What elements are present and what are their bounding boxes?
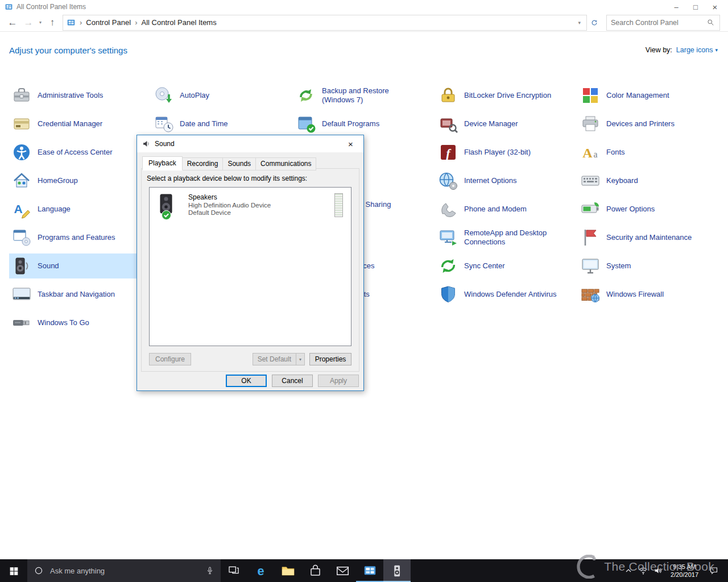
taskbar-app-mail[interactable] — [329, 559, 356, 582]
windows-firewall-icon — [580, 284, 601, 305]
control-panel-item-windows-firewall[interactable]: Windows Firewall — [578, 282, 706, 307]
start-button[interactable] — [0, 559, 27, 582]
properties-button[interactable]: Properties — [309, 353, 351, 365]
control-panel-item-power-options[interactable]: Power Options — [578, 197, 706, 222]
windows-defender-icon — [438, 284, 458, 305]
control-panel-item-label: Devices and Printers — [606, 119, 675, 128]
language-icon: A — [11, 199, 32, 219]
device-name: Speakers — [188, 193, 271, 201]
default-programs-icon — [296, 114, 316, 134]
control-panel-item-label: Sync Center — [464, 261, 505, 271]
tab-communications[interactable]: Communications — [256, 157, 316, 171]
taskbar-app-sound-app[interactable] — [383, 559, 411, 582]
sound-dialog-icon — [142, 139, 151, 148]
control-panel-item-language[interactable]: ALanguage — [9, 197, 138, 222]
control-panel-item-label: Internet Options — [464, 176, 517, 185]
control-panel-item-label: Device Manager — [464, 119, 518, 128]
control-panel-item-internet-options[interactable]: Internet Options — [436, 168, 564, 193]
playback-instruction: Select a playback device below to modify… — [147, 174, 307, 182]
control-panel-item-backup-and-restore[interactable]: Backup and Restore (Windows 7) — [293, 83, 422, 108]
control-panel-item-label: BitLocker Drive Encryption — [464, 91, 551, 100]
programs-and-features-icon — [11, 227, 32, 248]
control-panel-item-keyboard[interactable]: Keyboard — [578, 168, 706, 193]
desktop: All Control Panel Items – □ × ← → ▾ ↑ › … — [0, 0, 728, 582]
control-panel-item-label: Default Programs — [322, 119, 379, 128]
control-panel-item-security-and-maintenance[interactable]: Security and Maintenance — [578, 225, 706, 250]
svg-text:e: e — [257, 564, 264, 578]
control-panel-item-ease-of-access[interactable]: Ease of Access Center — [9, 140, 138, 165]
task-view-icon — [227, 564, 241, 577]
device-speakers[interactable]: Speakers High Definition Audio Device De… — [150, 188, 351, 218]
color-management-icon — [580, 85, 601, 106]
control-panel-item-sound[interactable]: Sound — [9, 253, 138, 278]
sound-app-icon — [390, 563, 405, 579]
control-panel-item-label: Phone and Modem — [464, 205, 527, 214]
set-default-dropdown-icon[interactable]: ▾ — [296, 353, 305, 365]
set-default-button[interactable]: Set Default — [253, 353, 296, 365]
taskbar-navigation-icon — [11, 284, 32, 305]
control-panel-item-fonts[interactable]: AaFonts — [578, 140, 706, 165]
administrative-tools-icon — [11, 85, 32, 106]
sound-dialog-title: Sound — [155, 140, 338, 148]
tab-playback[interactable]: Playback — [142, 156, 183, 171]
control-panel-item-remoteapp[interactable]: RemoteApp and Desktop Connections — [436, 225, 564, 250]
backup-and-restore-icon — [296, 85, 316, 106]
cancel-button[interactable]: Cancel — [272, 375, 313, 387]
internet-options-icon — [438, 171, 458, 191]
taskbar-app-control-panel-app[interactable] — [356, 559, 383, 582]
control-panel-item-phone-and-modem[interactable]: Phone and Modem — [436, 197, 564, 222]
control-panel-item-autoplay[interactable]: AutoPlay — [151, 83, 280, 108]
svg-text:a: a — [593, 149, 597, 159]
playback-device-list[interactable]: Speakers High Definition Audio Device De… — [149, 187, 351, 346]
control-panel-item-color-management[interactable]: Color Management — [578, 83, 706, 108]
control-panel-item-windows-defender[interactable]: Windows Defender Antivirus — [436, 282, 564, 307]
control-panel-item-homegroup[interactable]: HomeGroup — [9, 168, 138, 193]
control-panel-item-credential-manager[interactable]: Credential Manager — [9, 111, 138, 136]
microphone-icon[interactable] — [205, 566, 215, 576]
control-panel-item-programs-and-features[interactable]: Programs and Features — [9, 225, 138, 250]
control-panel-item-bitlocker[interactable]: BitLocker Drive Encryption — [436, 83, 564, 108]
svg-text:A: A — [582, 146, 593, 160]
control-panel-item-label: Language — [38, 205, 71, 214]
cortana-search[interactable]: Ask me anything — [27, 559, 221, 582]
sound-dialog-titlebar[interactable]: Sound × — [137, 135, 363, 152]
power-options-icon — [580, 199, 601, 219]
windows-logo-icon — [9, 566, 19, 576]
control-panel-item-label: Sound — [38, 261, 59, 271]
cortana-placeholder: Ask me anything — [50, 567, 205, 575]
flash-player-icon: f — [438, 142, 458, 163]
volume-tray-button[interactable] — [651, 559, 665, 582]
control-panel-item-device-manager[interactable]: Device Manager — [436, 111, 564, 136]
control-panel-item-date-and-time[interactable]: Date and Time — [151, 111, 280, 136]
device-buttons-row: Configure Set Default ▾ Properties — [149, 353, 351, 365]
control-panel-item-taskbar-navigation[interactable]: Taskbar and Navigation — [9, 282, 138, 307]
control-panel-item-label: Flash Player (32-bit) — [464, 148, 531, 157]
taskbar-app-file-explorer[interactable] — [274, 559, 301, 582]
taskbar-app-edge[interactable]: e — [247, 559, 274, 582]
configure-button[interactable]: Configure — [149, 353, 191, 365]
taskbar-clock[interactable]: 9:35 AM 2/20/2017 — [665, 563, 704, 579]
tab-sounds[interactable]: Sounds — [223, 157, 256, 171]
dialog-close-button[interactable]: × — [338, 135, 363, 152]
control-panel-item-flash-player[interactable]: fFlash Player (32-bit) — [436, 140, 564, 165]
file-explorer-icon — [280, 563, 296, 579]
tab-recording[interactable]: Recording — [183, 157, 224, 171]
sound-dialog-tabs: Playback Recording Sounds Communications — [142, 157, 316, 171]
control-panel-item-default-programs[interactable]: Default Programs — [293, 111, 422, 136]
device-info: Speakers High Definition Audio Device De… — [188, 193, 271, 216]
task-view-button[interactable] — [221, 559, 247, 582]
sound-dialog-body: Playback Recording Sounds Communications… — [137, 152, 363, 390]
control-panel-item-system[interactable]: System — [578, 253, 706, 278]
control-panel-item-devices-and-printers[interactable]: Devices and Printers — [578, 111, 706, 136]
set-default-split-button: Set Default ▾ — [253, 353, 305, 365]
ok-button[interactable]: OK — [226, 375, 267, 387]
tray-overflow-button[interactable] — [621, 559, 636, 582]
control-panel-item-windows-to-go[interactable]: Windows To Go — [9, 310, 138, 335]
network-tray-button[interactable] — [636, 559, 651, 582]
control-panel-item-sync-center[interactable]: Sync Center — [436, 253, 564, 278]
action-center-button[interactable] — [704, 559, 724, 582]
sound-icon — [11, 256, 32, 276]
taskbar-app-store[interactable] — [301, 559, 329, 582]
apply-button[interactable]: Apply — [318, 375, 359, 387]
control-panel-item-administrative-tools[interactable]: Administrative Tools — [9, 83, 138, 108]
